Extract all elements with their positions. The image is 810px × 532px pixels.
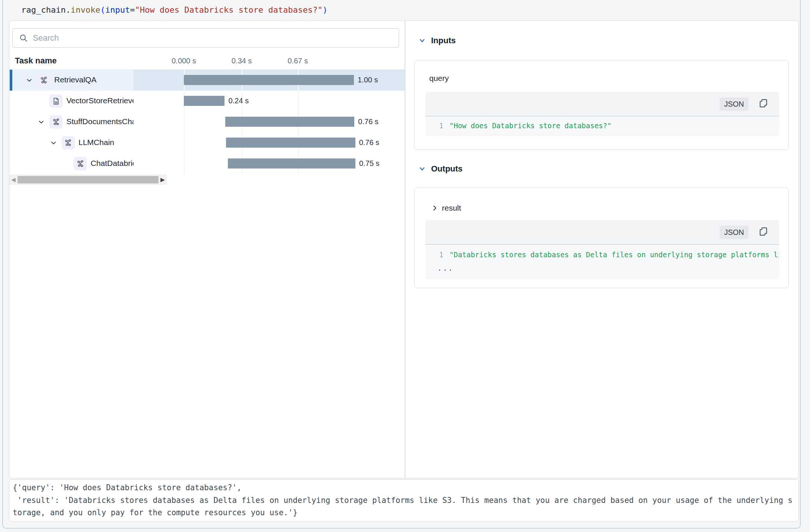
- json-format-button[interactable]: JSON: [720, 226, 748, 239]
- copy-icon[interactable]: [758, 98, 769, 110]
- task-row-LLMChain[interactable]: LLMChain0.76 s: [10, 132, 405, 153]
- json-viewer-toolbar: JSON: [426, 92, 779, 116]
- json-viewer-toolbar: JSON: [426, 220, 779, 245]
- search-icon: [19, 33, 28, 43]
- search-input[interactable]: [28, 29, 399, 47]
- expand-chevron-icon[interactable]: [38, 119, 44, 127]
- expand-chevron-icon[interactable]: [50, 140, 57, 148]
- axis-tick-label: 0.34 s: [232, 57, 252, 65]
- duration-label: 0.76 s: [359, 138, 379, 147]
- query-json-value: "How does Databricks store databases?": [449, 122, 779, 130]
- code-token: (: [100, 5, 105, 15]
- chain-icon: [37, 73, 51, 87]
- line-number: 1: [426, 251, 443, 259]
- duration-bar: [184, 75, 354, 85]
- cell-output-text: {'query': 'How does Databricks store dat…: [13, 482, 796, 519]
- inputs-title: Inputs: [431, 36, 456, 45]
- duration-label: 0.75 s: [359, 159, 379, 168]
- duration-label: 1.00 s: [358, 76, 378, 84]
- task-search-box: [12, 28, 399, 48]
- task-name-column-header: Task name: [15, 56, 57, 66]
- timeline-gridline: [298, 91, 299, 111]
- query-json-viewer: JSON 1 "How does Databricks store databa…: [426, 92, 779, 136]
- outputs-section-toggle[interactable]: Outputs: [418, 164, 462, 174]
- selected-row-accent: [10, 70, 12, 91]
- duration-label: 0.24 s: [228, 97, 248, 105]
- chevron-down-icon: [418, 165, 426, 173]
- task-name-label: StuffDocumentsChain: [66, 117, 134, 126]
- duration-label: 0.76 s: [358, 117, 378, 126]
- scroll-left-arrow[interactable]: ◀: [9, 176, 18, 183]
- json-truncation-ellipsis: ...: [437, 264, 779, 272]
- timeline-gridline: [184, 153, 185, 174]
- result-expand-toggle[interactable]: result: [431, 204, 461, 213]
- outputs-title: Outputs: [431, 164, 462, 174]
- code-token: input: [105, 5, 130, 15]
- result-json-viewer: JSON 1 "Databricks stores databases as D…: [426, 220, 779, 279]
- code-token: ): [323, 5, 327, 15]
- code-token: invoke: [70, 5, 100, 15]
- inputs-card: query JSON 1 "How does Databricks store …: [414, 60, 789, 150]
- mlflow-trace-view: rag_chain.invoke(input="How does Databri…: [0, 0, 810, 532]
- axis-tick-label: 0.000 s: [172, 57, 196, 65]
- task-row-VectorStoreRetriever[interactable]: VectorStoreRetriever0.24 s: [10, 91, 405, 111]
- code-token: .: [66, 5, 70, 15]
- timeline-gridline: [184, 132, 185, 153]
- result-json-value: "Databricks stores databases as Delta fi…: [449, 251, 779, 259]
- duration-bar: [225, 117, 355, 127]
- task-name-label: RetrievalQA: [54, 75, 97, 84]
- chain-icon: [62, 136, 75, 149]
- task-name-label: ChatDatabricks: [91, 159, 134, 168]
- json-viewer-body: 1 "Databricks stores databases as Delta …: [426, 245, 779, 279]
- task-name-label: LLMChain: [79, 138, 114, 147]
- chevron-down-icon: [418, 37, 426, 44]
- task-name-label: VectorStoreRetriever: [66, 96, 134, 105]
- cell-output-box: {'query': 'How does Databricks store dat…: [9, 479, 799, 522]
- chain-icon: [49, 115, 63, 129]
- line-number: 1: [426, 122, 443, 130]
- inputs-section-toggle[interactable]: Inputs: [418, 36, 456, 45]
- query-field-label: query: [429, 74, 449, 83]
- retriever-icon: [49, 94, 63, 108]
- scrollbar-thumb[interactable]: [18, 176, 158, 183]
- outputs-card: result JSON 1 "Databricks stores databas…: [414, 188, 789, 288]
- code-token: =: [130, 5, 135, 15]
- json-format-button[interactable]: JSON: [720, 97, 748, 111]
- panel-divider: [405, 21, 405, 478]
- timeline-gridline: [184, 111, 185, 132]
- copy-icon[interactable]: [758, 226, 769, 238]
- expand-chevron-icon[interactable]: [26, 77, 32, 85]
- scroll-right-arrow[interactable]: ▶: [158, 176, 167, 183]
- duration-bar: [228, 158, 355, 169]
- duration-bar: [184, 96, 225, 106]
- task-row-RetrievalQA[interactable]: RetrievalQA1.00 s: [10, 70, 405, 91]
- code-token: rag_chain: [21, 5, 66, 15]
- horizontal-scrollbar[interactable]: ◀ ▶: [9, 174, 167, 185]
- axis-tick-label: 0.67 s: [288, 57, 308, 65]
- task-row-ChatDatabricks[interactable]: ChatDatabricks0.75 s: [10, 153, 405, 174]
- chain-icon: [73, 157, 87, 170]
- duration-bar: [226, 138, 355, 148]
- json-viewer-body: 1 "How does Databricks store databases?": [426, 116, 779, 136]
- chevron-right-icon: [431, 205, 438, 211]
- task-row-StuffDocumentsChain[interactable]: StuffDocumentsChain0.76 s: [10, 111, 405, 132]
- invocation-code: rag_chain.invoke(input="How does Databri…: [21, 5, 327, 15]
- code-token: "How does Databricks store databases?": [135, 5, 323, 15]
- result-field-label: result: [442, 204, 461, 213]
